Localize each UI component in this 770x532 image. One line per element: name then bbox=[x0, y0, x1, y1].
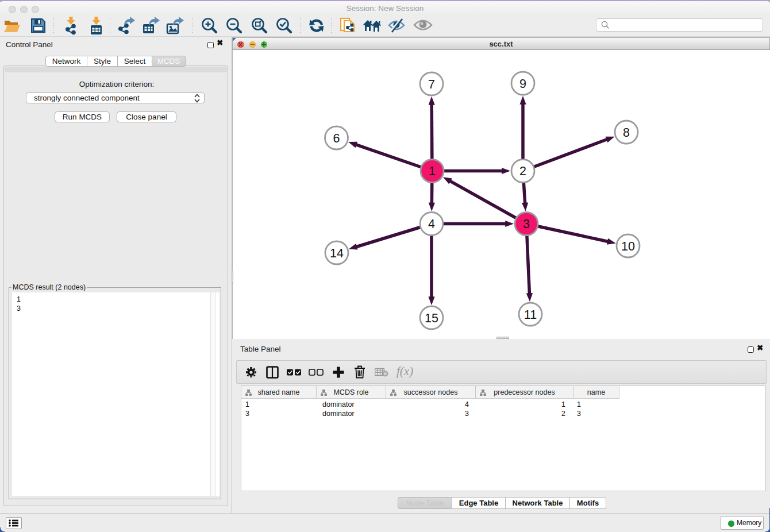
svg-text:1: 1 bbox=[429, 164, 436, 178]
svg-text:11: 11 bbox=[524, 308, 537, 322]
svg-text:3: 3 bbox=[523, 217, 530, 231]
svg-text:8: 8 bbox=[623, 126, 630, 140]
svg-text:9: 9 bbox=[519, 77, 526, 91]
svg-text:14: 14 bbox=[330, 246, 344, 260]
svg-text:10: 10 bbox=[621, 240, 635, 253]
svg-text:4: 4 bbox=[428, 217, 435, 231]
svg-text:2: 2 bbox=[519, 164, 526, 178]
svg-text:7: 7 bbox=[428, 78, 435, 91]
svg-text:15: 15 bbox=[425, 311, 438, 325]
svg-text:6: 6 bbox=[333, 132, 340, 145]
